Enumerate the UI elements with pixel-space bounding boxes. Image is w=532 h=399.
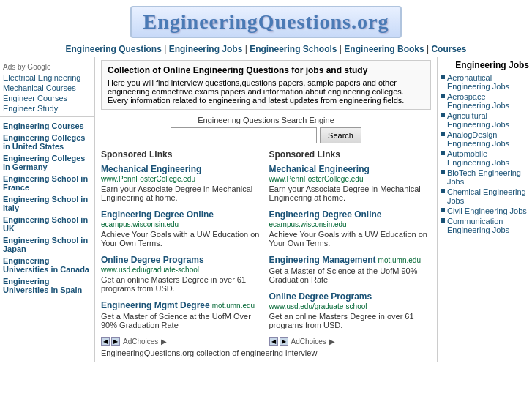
sidebar-engineering-school-japan[interactable]: Engineering School in Japan — [0, 234, 94, 255]
sidebar-electrical-engineering[interactable]: Electrical Engineering — [0, 72, 94, 83]
adchoices-right-label: AdChoices — [291, 338, 326, 346]
sponsored-left-link-1[interactable]: Engineering Degree Online — [101, 209, 214, 220]
bullet-icon-7 — [441, 208, 445, 212]
sidebar-engineer-study[interactable]: Engineer Study — [0, 103, 94, 113]
right-sidebar-link-6[interactable]: Chemical Engineering Jobs — [447, 187, 529, 205]
sponsored-left-url-0: www.PennFosterCollege.edu — [101, 175, 195, 183]
sponsored-right-desc-3: Get an online Masters Degree in over 61 … — [269, 312, 432, 329]
sidebar-engineering-colleges-germany[interactable]: Engineering Colleges in Germany — [0, 152, 94, 173]
sponsored-right-item-1: Engineering Degree Online ecampus.wiscon… — [269, 209, 432, 247]
right-sidebar: Engineering Jobs Aeronautical Engineerin… — [437, 57, 532, 362]
sidebar-engineering-school-france[interactable]: Engineering School in France — [0, 173, 94, 193]
sponsored-right-url-3: www.usd.edu/graduate-school — [269, 302, 367, 310]
right-sidebar-item-4: Automobile Engineering Jobs — [441, 149, 529, 167]
sponsored-left-desc-0: Earn your Associate Degree in Mechanical… — [101, 184, 263, 202]
sidebar-engineering-courses[interactable]: Engineering Courses — [0, 120, 94, 132]
nav-bar: Engineering Questions | Engineering Jobs… — [0, 41, 532, 57]
collection-box: Collection of Online Engineering Questio… — [101, 60, 431, 110]
center-content: Collection of Online Engineering Questio… — [95, 57, 437, 362]
sponsored-left-url-3: mot.umn.edu — [212, 302, 255, 310]
adchoices-left-prev[interactable]: ◀ — [101, 337, 110, 346]
sidebar-engineer-courses[interactable]: Engineer Courses — [0, 93, 94, 103]
sponsored-left-desc-2: Get an online Masters Degree in over 61 … — [101, 275, 263, 293]
right-sidebar-item-7: Civil Engineering Jobs — [441, 206, 529, 215]
sidebar-engineering-universities-canada[interactable]: Engineering Universities in Canada — [0, 255, 94, 275]
bullet-icon-0 — [441, 75, 445, 79]
sponsored-right-desc-0: Earn your Associate Degree in Mechanical… — [269, 184, 432, 202]
sidebar-engineering-universities-spain[interactable]: Engineering Universities in Spain — [0, 275, 94, 296]
right-sidebar-link-7[interactable]: Civil Engineering Jobs — [447, 206, 527, 215]
sponsored-right-url-2: mot.umn.edu — [378, 256, 421, 264]
sponsored-left-desc-3: Get a Master of Science at the UofM Over… — [101, 312, 263, 329]
right-sidebar-link-1[interactable]: Aerospace Engineering Jobs — [447, 92, 529, 110]
sponsored-columns: Sponsored Links Mechanical Engineering w… — [101, 149, 431, 346]
sidebar-engineering-school-uk[interactable]: Engineering School in UK — [0, 214, 94, 234]
collection-description: Here you will find interview questions,q… — [108, 78, 424, 105]
right-sidebar-item-2: Agricultural Engineering Jobs — [441, 111, 529, 129]
ads-by-google-label: Ads by Google — [0, 60, 94, 72]
sponsored-right-desc-2: Get a Master of Science at the UofM 90% … — [269, 266, 432, 284]
nav-courses[interactable]: Courses — [431, 44, 466, 54]
sponsored-right-link-2[interactable]: Engineering Management — [269, 255, 376, 265]
search-button[interactable]: Search — [320, 127, 361, 143]
right-sidebar-item-5: BioTech Engineering Jobs — [441, 168, 529, 186]
right-sidebar-item-0: Aeronautical Engineering Jobs — [441, 73, 529, 91]
sponsored-left-link-2[interactable]: Online Degree Programs — [101, 255, 204, 265]
sidebar-engineering-school-italy[interactable]: Engineering School in Italy — [0, 193, 94, 214]
sponsored-right-title: Sponsored Links — [269, 149, 432, 160]
right-sidebar-link-8[interactable]: Communication Engineering Jobs — [447, 217, 529, 234]
sponsored-right-item-0: Mechanical Engineering www.PennFosterCol… — [269, 164, 432, 202]
search-box: Engineering Questions Search Engine Sear… — [101, 116, 431, 143]
site-title: EngineeringQuestions.org — [130, 6, 402, 38]
bullet-icon-5 — [441, 170, 445, 174]
bullet-icon-1 — [441, 94, 445, 98]
sponsored-right-link-1[interactable]: Engineering Degree Online — [269, 209, 382, 220]
sponsored-right-url-0: www.PennFosterCollege.edu — [269, 175, 364, 183]
sponsored-left-link-3[interactable]: Engineering Mgmt Degree — [101, 300, 210, 310]
adchoices-left-next[interactable]: ▶ — [111, 337, 120, 346]
bullet-icon-8 — [441, 218, 445, 223]
bullet-icon-3 — [441, 132, 445, 136]
sponsored-left-link-0[interactable]: Mechanical Engineering — [101, 164, 201, 174]
adchoices-left-label: AdChoices — [123, 338, 158, 346]
sponsored-right-desc-1: Achieve Your Goals with a UW Education o… — [269, 230, 432, 247]
adchoices-right-icon: ▶ — [329, 338, 335, 346]
sidebar-mechanical-courses[interactable]: Mechanical Courses — [0, 83, 94, 93]
nav-engineering-questions[interactable]: Engineering Questions — [66, 44, 162, 54]
bullet-icon-4 — [441, 151, 445, 155]
sponsored-right-link-3[interactable]: Online Degree Programs — [269, 291, 372, 302]
search-engine-label: Engineering Questions Search Engine — [101, 116, 431, 124]
sponsored-left-item-3: Engineering Mgmt Degree mot.umn.edu Get … — [101, 300, 263, 329]
right-sidebar-link-3[interactable]: AnalogDesign Engineering Jobs — [447, 130, 529, 148]
right-sidebar-link-4[interactable]: Automobile Engineering Jobs — [447, 149, 529, 167]
collection-title: Collection of Online Engineering Questio… — [108, 65, 424, 75]
search-input[interactable] — [171, 127, 317, 143]
nav-engineering-books[interactable]: Engineering Books — [344, 44, 424, 54]
sponsored-left-url-2: www.usd.edu/graduate-school — [101, 266, 199, 274]
bullet-icon-6 — [441, 189, 445, 193]
sidebar-engineering-colleges-us[interactable]: Engineering Colleges in United States — [0, 132, 94, 152]
left-sidebar: Ads by Google Electrical Engineering Mec… — [0, 57, 95, 362]
right-sidebar-item-8: Communication Engineering Jobs — [441, 217, 529, 234]
right-sidebar-link-5[interactable]: BioTech Engineering Jobs — [447, 168, 529, 186]
sponsored-left: Sponsored Links Mechanical Engineering w… — [101, 149, 263, 346]
nav-engineering-jobs[interactable]: Engineering Jobs — [169, 44, 243, 54]
nav-engineering-schools[interactable]: Engineering Schools — [250, 44, 337, 54]
sponsored-right: Sponsored Links Mechanical Engineering w… — [269, 149, 432, 346]
bullet-icon-2 — [441, 113, 445, 117]
sponsored-right-link-0[interactable]: Mechanical Engineering — [269, 164, 370, 174]
right-sidebar-title: Engineering Jobs — [441, 60, 529, 70]
sponsored-left-item-0: Mechanical Engineering www.PennFosterCol… — [101, 164, 263, 202]
right-sidebar-link-2[interactable]: Agricultural Engineering Jobs — [447, 111, 529, 129]
sponsored-right-item-2: Engineering Management mot.umn.edu Get a… — [269, 255, 432, 284]
adchoices-right-prev[interactable]: ◀ — [269, 337, 278, 346]
adchoices-left-icon: ▶ — [161, 338, 167, 346]
adchoices-right-next[interactable]: ▶ — [280, 337, 288, 346]
adchoices-right-bar: ◀ ▶ AdChoices ▶ — [269, 337, 432, 346]
footer-text: EngineeringQuestions.org collection of e… — [101, 346, 431, 359]
right-sidebar-link-0[interactable]: Aeronautical Engineering Jobs — [447, 73, 529, 91]
sponsored-left-title: Sponsored Links — [101, 149, 263, 160]
adchoices-left-bar: ◀ ▶ AdChoices ▶ — [101, 337, 263, 346]
sponsored-left-desc-1: Achieve Your Goals with a UW Education o… — [101, 230, 263, 247]
sponsored-right-item-3: Online Degree Programs www.usd.edu/gradu… — [269, 291, 432, 329]
